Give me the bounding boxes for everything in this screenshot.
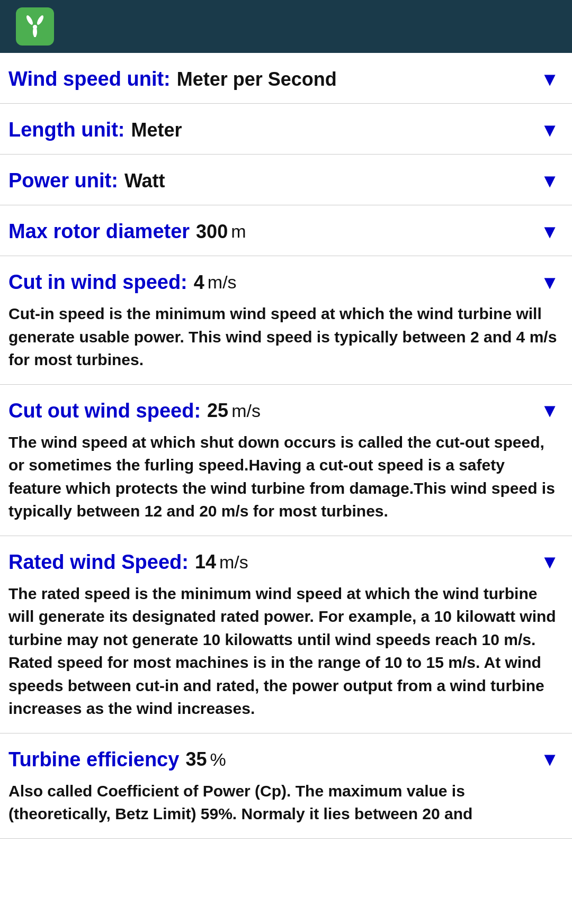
pref-description-rated-wind-speed: The rated speed is the minimum wind spee… [8,582,559,720]
pref-header-cut-out-wind-speed: Cut out wind speed: 25 m/s▼ [8,400,559,422]
pref-label-turbine-efficiency: Turbine efficiency [8,748,179,771]
pref-unit-max-rotor-diameter: m [231,221,246,242]
pref-value-power-unit: Watt [124,170,165,192]
pref-header-rated-wind-speed: Rated wind Speed: 14 m/s▼ [8,551,559,574]
pref-row-max-rotor-diameter[interactable]: Max rotor diameter 300 m▼ [0,205,572,256]
pref-label-value-power-unit: Power unit: Watt [8,169,540,192]
pref-header-power-unit: Power unit: Watt▼ [8,169,559,192]
pref-label-value-max-rotor-diameter: Max rotor diameter 300 m [8,220,540,243]
pref-value-cut-out-wind-speed: 25 [207,400,228,422]
pref-row-wind-speed-unit[interactable]: Wind speed unit: Meter per Second▼ [0,53,572,104]
pref-value-length-unit: Meter [131,119,182,141]
pref-unit-turbine-efficiency: % [210,749,226,770]
pref-value-turbine-efficiency: 35 [185,748,207,771]
pref-label-value-cut-out-wind-speed: Cut out wind speed: 25 m/s [8,400,540,422]
pref-unit-cut-in-wind-speed: m/s [208,272,237,293]
pref-header-length-unit: Length unit: Meter▼ [8,119,559,141]
pref-row-length-unit[interactable]: Length unit: Meter▼ [0,104,572,155]
dropdown-arrow-turbine-efficiency[interactable]: ▼ [540,748,559,771]
pref-label-cut-out-wind-speed: Cut out wind speed: [8,400,201,422]
pref-label-power-unit: Power unit: [8,169,118,192]
pref-description-cut-out-wind-speed: The wind speed at which shut down occurs… [8,431,559,523]
dropdown-arrow-length-unit[interactable]: ▼ [540,119,559,141]
pref-row-turbine-efficiency[interactable]: Turbine efficiency 35 %▼Also called Coef… [0,733,572,839]
pref-unit-rated-wind-speed: m/s [219,552,248,573]
pref-label-value-turbine-efficiency: Turbine efficiency 35 % [8,748,540,771]
dropdown-arrow-cut-out-wind-speed[interactable]: ▼ [540,400,559,422]
dropdown-arrow-wind-speed-unit[interactable]: ▼ [540,68,559,90]
pref-label-max-rotor-diameter: Max rotor diameter [8,220,190,243]
pref-row-cut-out-wind-speed[interactable]: Cut out wind speed: 25 m/s▼The wind spee… [0,385,572,536]
app-icon [16,7,54,46]
pref-value-max-rotor-diameter: 300 [196,221,228,243]
pref-row-cut-in-wind-speed[interactable]: Cut in wind speed: 4 m/s▼Cut-in speed is… [0,256,572,385]
pref-label-rated-wind-speed: Rated wind Speed: [8,551,189,574]
pref-header-wind-speed-unit: Wind speed unit: Meter per Second▼ [8,68,559,90]
pref-row-power-unit[interactable]: Power unit: Watt▼ [0,155,572,205]
pref-header-cut-in-wind-speed: Cut in wind speed: 4 m/s▼ [8,271,559,294]
svg-point-5 [33,26,37,37]
pref-label-value-length-unit: Length unit: Meter [8,119,540,141]
pref-description-cut-in-wind-speed: Cut-in speed is the minimum wind speed a… [8,302,559,372]
pref-label-value-cut-in-wind-speed: Cut in wind speed: 4 m/s [8,271,540,294]
pref-value-rated-wind-speed: 14 [195,551,216,573]
pref-value-wind-speed-unit: Meter per Second [177,68,337,90]
pref-header-max-rotor-diameter: Max rotor diameter 300 m▼ [8,220,559,243]
pref-description-turbine-efficiency: Also called Coefficient of Power (Cp). T… [8,780,559,826]
app-header [0,0,572,53]
pref-label-cut-in-wind-speed: Cut in wind speed: [8,271,187,294]
dropdown-arrow-max-rotor-diameter[interactable]: ▼ [540,221,559,243]
pref-label-wind-speed-unit: Wind speed unit: [8,68,171,90]
dropdown-arrow-power-unit[interactable]: ▼ [540,170,559,192]
pref-unit-cut-out-wind-speed: m/s [231,401,261,421]
dropdown-arrow-cut-in-wind-speed[interactable]: ▼ [540,271,559,294]
pref-label-value-wind-speed-unit: Wind speed unit: Meter per Second [8,68,540,90]
preferences-list: Wind speed unit: Meter per Second▼Length… [0,53,572,839]
pref-value-cut-in-wind-speed: 4 [194,271,204,294]
pref-label-length-unit: Length unit: [8,119,124,141]
pref-label-value-rated-wind-speed: Rated wind Speed: 14 m/s [8,551,540,574]
dropdown-arrow-rated-wind-speed[interactable]: ▼ [540,551,559,573]
pref-row-rated-wind-speed[interactable]: Rated wind Speed: 14 m/s▼The rated speed… [0,536,572,733]
pref-header-turbine-efficiency: Turbine efficiency 35 %▼ [8,748,559,771]
